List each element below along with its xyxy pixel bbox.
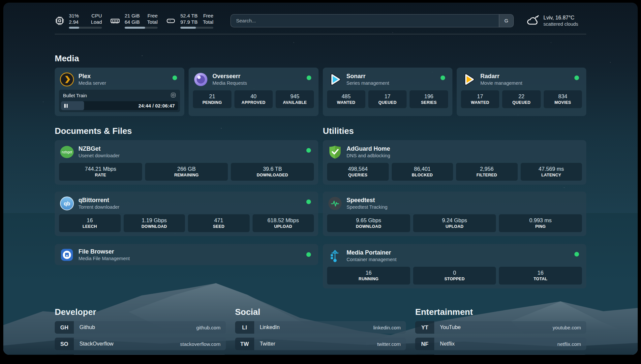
service-name: Radarr (480, 73, 522, 80)
disk-total-value: 97.9 TB (180, 19, 198, 25)
service-name: NZBGet (78, 145, 120, 153)
service-card-sonarr[interactable]: Sonarr Series management 485 WANTED 17 Q… (323, 68, 452, 116)
stat-latency: 47.569 ms LATENCY (521, 163, 582, 181)
section-title-developer: Developer (55, 307, 226, 317)
qbittorrent-icon: qb (60, 196, 74, 211)
topbar-divider (55, 34, 586, 34)
bookmark-abbr: DT (55, 354, 74, 355)
service-card-overseerr[interactable]: Overseerr Media Requests 21 PENDING 40 A… (189, 68, 318, 116)
section-social: Social LI LinkedIn linkedin.com TW Twitt… (235, 307, 406, 355)
bookmark-abbr: TW (235, 338, 254, 350)
stat-running: 16 RUNNING (327, 267, 410, 285)
stat-pending: 21 PENDING (193, 90, 231, 108)
bookmark-abbr: SO (55, 338, 74, 350)
bookmark-name: Github (74, 321, 95, 334)
service-name: Overseerr (212, 73, 247, 80)
now-playing-progress-fill (61, 101, 84, 110)
disk-widget: 52.4 TB 97.9 TB Free Total (166, 13, 213, 29)
service-card-filebrowser[interactable]: File Browser Media File Management (55, 244, 318, 265)
svg-text:nzbget: nzbget (62, 150, 72, 154)
cpu-widget: 31% 2.94 CPU Load (55, 13, 102, 29)
plex-now-playing: Bullet Train 24:44 / 02:06:47 (59, 90, 180, 112)
section-entertainment: Entertainment YT YouTube youtube.com NF … (415, 307, 586, 355)
stat-downloaded: 39.6 TB DOWNLOADED (231, 163, 314, 181)
status-dot (306, 148, 311, 153)
search-input[interactable] (231, 15, 499, 27)
cpu-label-2: Load (91, 19, 102, 25)
weather-widget: Lviv, 16.87°C scattered clouds (526, 14, 586, 27)
bookmark-url: netflix.com (557, 338, 586, 350)
disk-progress-fill (180, 27, 196, 29)
stat-ping: 0.993 ms PING (499, 214, 582, 232)
search-bar: G (230, 14, 514, 27)
section-title-media: Media (55, 53, 586, 64)
section-utilities: Utilities AdGuard Home (323, 126, 586, 288)
service-description: Usenet downloader (78, 153, 120, 159)
service-card-speedtest[interactable]: Speedtest Speedtest Tracking 9.65 Gbps D… (323, 192, 586, 236)
bookmark-linkedin[interactable]: LI LinkedIn linkedin.com (235, 321, 406, 334)
service-card-plex[interactable]: Plex Media server Bullet Train (55, 68, 184, 116)
service-card-adguard[interactable]: AdGuard Home DNS and adblocking 498,564 … (323, 140, 586, 185)
stat-upload: 9.24 Gbps UPLOAD (413, 214, 496, 232)
bookmark-netflix[interactable]: NF Netflix netflix.com (415, 338, 586, 350)
bookmark-github[interactable]: GH Github github.com (55, 321, 226, 334)
bookmark-stackoverflow[interactable]: SO StackOverflow stackoverflow.com (55, 338, 226, 350)
bookmark-twitter[interactable]: TW Twitter twitter.com (235, 338, 406, 350)
bookmark-reddit[interactable]: RE Reddit reddit.com (415, 354, 586, 355)
status-dot (306, 199, 311, 204)
service-card-radarr[interactable]: Radarr Movie management 17 WANTED 22 QUE… (457, 68, 586, 116)
dashboard-window: 31% 2.94 CPU Load (3, 3, 638, 355)
service-description: Media File Management (78, 256, 130, 262)
memory-progress-fill (125, 27, 145, 29)
bookmark-url: github.com (196, 321, 226, 334)
stat-upload: 618.52 Mbps UPLOAD (253, 214, 314, 232)
bookmark-url: stackoverflow.com (180, 338, 226, 350)
status-dot (441, 76, 445, 80)
now-playing-view-icon (170, 92, 176, 99)
weather-condition: scattered clouds (543, 21, 578, 27)
bookmark-url: dev.to (207, 354, 226, 355)
stat-filtered: 2,956 FILTERED (456, 163, 518, 181)
screenshot-frame: 31% 2.94 CPU Load (0, 0, 641, 364)
section-developer: Developer GH Github github.com SO StackO… (55, 307, 226, 355)
service-description: Series management (347, 80, 389, 86)
bookmark-youtube[interactable]: YT YouTube youtube.com (415, 321, 586, 334)
filebrowser-icon (60, 248, 74, 262)
disk-icon (166, 16, 176, 26)
service-card-nzbget[interactable]: nzbget NZBGet Usenet downloader 744.21 M… (55, 140, 318, 185)
cpu-icon (55, 16, 65, 26)
now-playing-progress: 24:44 / 02:06:47 (61, 101, 178, 110)
status-dot (172, 76, 177, 80)
stat-total: 16 TOTAL (499, 267, 582, 285)
service-card-qbittorrent[interactable]: qb qBittorrent Torrent downloader 16 LEE… (55, 192, 318, 236)
plex-icon (60, 72, 74, 87)
memory-widget: 21 GiB 64 GiB Free Total (110, 13, 158, 29)
section-media: Media Plex Media server (55, 53, 586, 116)
top-bar: 31% 2.94 CPU Load (55, 13, 586, 29)
memory-total-value: 64 GiB (125, 19, 140, 25)
cpu-progress-track (69, 27, 102, 29)
bookmark-name: LinkedIn (254, 321, 280, 334)
cloud-icon (526, 15, 539, 27)
memory-progress-track (125, 27, 158, 29)
search-provider-button[interactable]: G (499, 15, 513, 27)
section-title-entertainment: Entertainment (415, 307, 586, 317)
section-documents: Documents & Files nzbget NZBGet Usenet d (55, 126, 318, 265)
service-name: AdGuard Home (347, 145, 390, 153)
service-card-portainer[interactable]: Media Portainer Container management 16 … (323, 244, 586, 288)
service-name: Media Portainer (347, 249, 397, 257)
status-dot (574, 76, 579, 80)
bookmark-dev[interactable]: DT DEV dev.to (55, 354, 226, 355)
overseerr-icon (194, 72, 208, 87)
sonarr-icon (328, 72, 342, 87)
pause-icon (64, 104, 68, 108)
disk-free-value: 52.4 TB (180, 13, 198, 19)
stat-download: 9.65 Gbps DOWNLOAD (327, 214, 410, 232)
stat-series: 196 SERIES (410, 90, 448, 108)
bookmark-url: reddit.com (558, 354, 586, 355)
service-name: Speedtest (347, 197, 387, 204)
bookmark-name: DEV (74, 354, 90, 355)
bookmark-abbr: RE (415, 354, 434, 355)
ram-icon (110, 16, 120, 26)
nzbget-icon: nzbget (60, 145, 74, 159)
